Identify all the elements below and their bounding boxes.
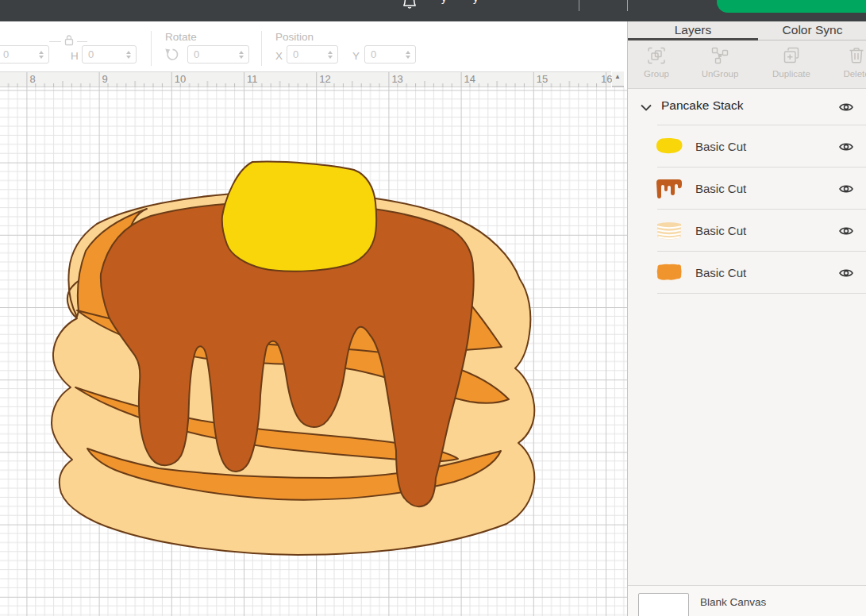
input-value: 0	[293, 48, 298, 60]
layer-row[interactable]: Basic Cut	[628, 125, 866, 167]
notifications-bell-icon[interactable]	[401, 0, 418, 10]
group-button[interactable]: Group	[631, 40, 682, 89]
stepper-up-arrow-icon[interactable]	[328, 51, 333, 54]
ruler-number: 15	[537, 73, 548, 85]
layer-row[interactable]: Basic Cut	[628, 167, 866, 210]
visibility-eye-icon[interactable]	[838, 141, 854, 153]
clipped-text-fragment: y y	[441, 0, 479, 4]
layer-type-label: Basic Cut	[695, 224, 746, 237]
layer-type-label: Basic Cut	[695, 266, 746, 279]
duplicate-icon	[782, 46, 801, 65]
toolbar-divider	[151, 31, 152, 66]
blank-canvas-swatch[interactable]	[638, 593, 689, 616]
action-label: UnGroup	[695, 69, 745, 79]
ungroup-icon	[710, 46, 729, 65]
layer-list: Basic CutBasic CutBasic CutBasic Cut	[628, 125, 866, 294]
height-label: H	[71, 50, 79, 62]
ruler-number: 12	[319, 73, 330, 85]
canvas-selector: Blank Canvas	[628, 585, 866, 616]
layer-thumbnail-pancake-lines	[654, 220, 684, 242]
layer-type-label: Basic Cut	[695, 182, 746, 195]
width-input[interactable]: 0	[0, 45, 49, 64]
lock-icon[interactable]	[63, 33, 75, 47]
edit-toolbar: 0 H 0 Rotate 0 Position X 0	[0, 21, 627, 71]
rotate-label: Rotate	[165, 31, 197, 43]
horizontal-ruler: 8910111213141516	[0, 71, 611, 87]
pancake-stack-artwork[interactable]	[0, 87, 627, 616]
layer-group-row[interactable]: Pancake Stack	[628, 89, 866, 125]
cricut-design-space: y y 0 H 0 Rotate 0	[0, 0, 866, 616]
blank-canvas-label: Blank Canvas	[700, 596, 766, 608]
stepper-down-arrow-icon[interactable]	[239, 56, 244, 59]
layer-row[interactable]: Basic Cut	[628, 252, 866, 294]
position-label: Position	[275, 31, 314, 43]
design-canvas[interactable]	[0, 87, 627, 616]
delete-icon	[847, 46, 866, 65]
action-label: Delete	[831, 69, 866, 79]
input-value: 0	[371, 48, 376, 60]
stepper-down-arrow-icon[interactable]	[328, 56, 333, 59]
stepper-down-arrow-icon[interactable]	[39, 56, 44, 59]
make-it-button[interactable]	[717, 0, 866, 13]
ruler-number: 13	[391, 73, 402, 85]
ruler-number: 16	[601, 73, 612, 85]
position-y-label: Y	[352, 50, 360, 62]
group-icon	[647, 46, 666, 65]
tab-layers[interactable]: Layers	[628, 21, 758, 40]
visibility-eye-icon[interactable]	[838, 183, 854, 195]
stepper-down-arrow-icon[interactable]	[406, 56, 410, 59]
width-stepper[interactable]	[38, 51, 44, 59]
position-x-label: X	[275, 50, 283, 62]
layer-thumbnail-butter	[654, 136, 684, 158]
rotate-input[interactable]: 0	[187, 45, 249, 64]
rotate-stepper[interactable]	[238, 51, 244, 59]
delete-button[interactable]: Delete	[831, 40, 866, 89]
panel-tabs: Layers Color Sync	[628, 21, 866, 40]
layer-row[interactable]: Basic Cut	[628, 210, 866, 252]
stepper-up-arrow-icon[interactable]	[406, 51, 410, 54]
position-x-stepper[interactable]	[327, 51, 333, 59]
height-stepper[interactable]	[125, 51, 131, 59]
ruler-number: 14	[464, 73, 475, 85]
position-x-input[interactable]: 0	[287, 45, 338, 64]
ruler-number: 10	[175, 73, 186, 85]
input-value: 0	[194, 48, 199, 60]
lock-bracket-line	[49, 41, 61, 42]
top-app-bar: y y	[0, 0, 866, 21]
topbar-separator	[627, 0, 628, 11]
butter	[222, 162, 377, 271]
lock-bracket-line	[77, 41, 87, 42]
rotate-icon[interactable]	[164, 48, 180, 64]
layer-thumbnail-syrup	[654, 178, 684, 200]
action-label: Group	[631, 69, 682, 79]
stepper-up-arrow-icon[interactable]	[239, 51, 244, 54]
toolbar-divider	[261, 31, 262, 66]
layers-panel: Layers Color Sync GroupUnGroupDuplicateD…	[627, 21, 866, 616]
visibility-eye-icon[interactable]	[838, 267, 854, 279]
stepper-up-arrow-icon[interactable]	[126, 51, 131, 54]
position-y-stepper[interactable]	[405, 51, 410, 59]
chevron-down-icon[interactable]	[641, 104, 652, 111]
layer-type-label: Basic Cut	[695, 140, 746, 153]
ruler-number: 8	[29, 73, 35, 85]
ungroup-button[interactable]: UnGroup	[695, 40, 745, 89]
stepper-up-arrow-icon[interactable]	[39, 51, 44, 54]
tab-color-sync[interactable]: Color Sync	[758, 21, 866, 40]
input-value: 0	[3, 48, 9, 60]
visibility-eye-icon[interactable]	[838, 225, 854, 237]
duplicate-button[interactable]: Duplicate	[766, 40, 817, 89]
ruler-number: 9	[102, 73, 108, 85]
position-y-input[interactable]: 0	[364, 45, 416, 64]
scroll-up-arrow[interactable]: ▲	[614, 73, 621, 80]
layer-thumbnail-pancake-blob	[654, 262, 684, 284]
action-label: Duplicate	[766, 69, 817, 79]
layer-actions: GroupUnGroupDuplicateDelete	[628, 40, 866, 89]
visibility-eye-icon[interactable]	[838, 101, 854, 114]
input-value: 0	[88, 48, 94, 60]
stepper-down-arrow-icon[interactable]	[126, 56, 131, 59]
topbar-separator	[579, 0, 579, 11]
group-title: Pancake Stack	[661, 98, 743, 113]
ruler-number: 11	[247, 73, 258, 85]
height-input[interactable]: 0	[82, 45, 137, 64]
